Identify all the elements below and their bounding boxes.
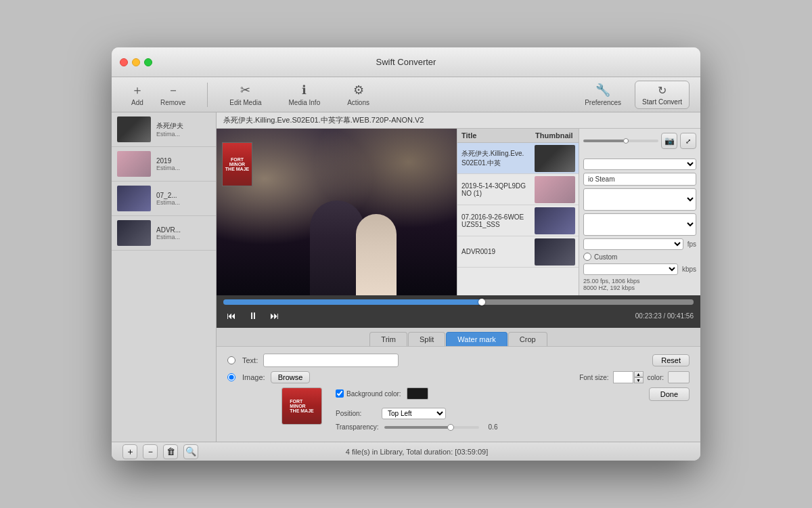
bg-color-row: Background color: xyxy=(336,387,644,400)
player-timeline[interactable] xyxy=(223,299,694,305)
actions-icon: ⚙ xyxy=(351,83,366,98)
info-row-1[interactable]: 2019-5-14-3QPL9DGNO (1) xyxy=(457,174,579,205)
preferences-label: Preferences xyxy=(585,99,621,106)
total-time: 00:41:56 xyxy=(667,312,694,320)
edit-media-button[interactable]: ✂ Edit Media xyxy=(224,80,267,109)
file-item-0[interactable]: 杀死伊夫 Estima... xyxy=(112,112,216,147)
wm-image-preview: FORTMINORTHE MAJE xyxy=(281,387,322,425)
info-cell-0: 杀死伊夫.Killing.Eve.S02E01.中英 xyxy=(457,146,531,171)
info-panel: Title Thumbnail 杀死伊夫.Killing.Eve.S02E01.… xyxy=(457,129,579,295)
format-select[interactable] xyxy=(583,158,696,170)
tab-crop[interactable]: Crop xyxy=(508,332,547,346)
image-label: Image: xyxy=(242,373,265,381)
browse-button[interactable]: Browse xyxy=(271,371,311,383)
wm-image-preview-inner: FORTMINORTHE MAJE xyxy=(282,388,321,424)
image-radio[interactable] xyxy=(227,373,235,381)
settings-panel: 📷 ⤢ io Steam xyxy=(579,129,700,295)
delete-file-button[interactable]: 🗑 xyxy=(163,444,178,459)
kbps-select[interactable] xyxy=(583,263,678,275)
media-info-button[interactable]: ℹ Media Info xyxy=(284,80,326,109)
info-thumb-1 xyxy=(531,174,579,205)
start-convert-button[interactable]: ↻ Start Convert xyxy=(635,81,690,109)
codec-select[interactable] xyxy=(583,213,696,236)
info-col-title: Title xyxy=(457,129,531,142)
reset-button[interactable]: Reset xyxy=(652,354,690,366)
volume-slider[interactable] xyxy=(583,140,658,142)
file-info-0: 杀死伊夫 Estima... xyxy=(156,121,210,137)
maximize-button[interactable] xyxy=(144,58,152,66)
bg-color-picker[interactable] xyxy=(407,387,428,400)
volume-slider-thumb xyxy=(623,138,629,144)
info-thumb-0 xyxy=(531,143,579,173)
font-size-down[interactable]: ▼ xyxy=(634,377,644,383)
custom-radio[interactable] xyxy=(583,253,591,261)
wm-text-row: Text: Reset xyxy=(227,354,690,367)
media-info-label: Media Info xyxy=(289,99,321,106)
info-col-thumbnail: Thumbnail xyxy=(531,129,579,142)
pause-button[interactable]: ⏸ xyxy=(245,308,261,324)
color-label: color: xyxy=(648,374,664,381)
steam-info: io Steam xyxy=(583,173,696,186)
traffic-lights xyxy=(120,58,152,66)
actions-label: Actions xyxy=(347,99,369,106)
transparency-row: Transparency: 0.6 xyxy=(336,423,644,431)
video-preview: FORTMINORTHE MAJE xyxy=(217,129,457,295)
file-item-3[interactable]: ADVR... Estima... xyxy=(112,216,216,251)
info-row-3[interactable]: ADVR0019 xyxy=(457,236,579,268)
remove-button[interactable]: － Remove xyxy=(155,80,191,109)
file-thumbnail-2 xyxy=(117,186,151,211)
timeline-thumb xyxy=(478,299,485,305)
title-bar: Swift Converter xyxy=(112,47,700,77)
tab-split[interactable]: Split xyxy=(408,332,445,346)
file-item-1[interactable]: 2019 Estima... xyxy=(112,147,216,182)
info-cell-3: ADVR0019 xyxy=(457,245,531,258)
custom-row: Custom xyxy=(583,253,696,261)
video-area-container: FORTMINORTHE MAJE Title Thumbnail 杀死伊夫.K… xyxy=(217,129,700,295)
info-thumb-img-1 xyxy=(535,176,575,203)
position-select[interactable]: Top LeftTop CenterTop RightCenter LeftCe… xyxy=(382,408,446,419)
tab-trim[interactable]: Trim xyxy=(369,332,407,346)
search-button[interactable]: 🔍 xyxy=(183,444,198,459)
info-row-2[interactable]: 07.2016-9-26-6WOEUZS51_SSS xyxy=(457,205,579,236)
done-btn-container: Done xyxy=(649,387,690,401)
add-button[interactable]: ＋ Add xyxy=(122,80,152,109)
minimize-button[interactable] xyxy=(132,58,140,66)
file-item-2[interactable]: 07_2... Estima... xyxy=(112,182,216,216)
file-est-3: Estima... xyxy=(156,234,210,240)
font-size-input[interactable]: 60 xyxy=(613,371,633,383)
fps-select[interactable] xyxy=(583,238,683,250)
file-thumbnail-1 xyxy=(117,151,151,177)
info-thumb-3 xyxy=(531,236,579,267)
actions-button[interactable]: ⚙ Actions xyxy=(342,80,375,109)
info-row-0[interactable]: 杀死伊夫.Killing.Eve.S02E01.中英 xyxy=(457,143,579,174)
font-size-up[interactable]: ▲ xyxy=(634,371,644,377)
text-label: Text: xyxy=(242,356,258,364)
done-button[interactable]: Done xyxy=(649,387,690,401)
remove-file-button[interactable]: － xyxy=(143,444,158,459)
add-file-button[interactable]: ＋ xyxy=(122,444,137,459)
bg-color-checkbox[interactable] xyxy=(336,389,344,398)
info-cell-1: 2019-5-14-3QPL9DGNO (1) xyxy=(457,179,531,200)
info-thumb-img-2 xyxy=(535,207,575,234)
scene-figure-right xyxy=(356,214,397,295)
close-button[interactable] xyxy=(120,58,128,66)
transparency-slider[interactable] xyxy=(384,426,479,429)
stream-select[interactable] xyxy=(583,188,696,211)
tab-watermark[interactable]: Water mark xyxy=(446,332,507,346)
selected-file-header: 杀死伊夫.Killing.Eve.S02E01.中英字幕.WEB.720P-AN… xyxy=(217,112,700,129)
rewind-button[interactable]: ⏮ xyxy=(223,308,240,324)
position-row: Position: Top LeftTop CenterTop RightCen… xyxy=(336,408,644,419)
edit-media-icon: ✂ xyxy=(238,83,253,98)
fast-forward-button[interactable]: ⏭ xyxy=(267,308,283,324)
center-panel: 杀死伊夫.Killing.Eve.S02E01.中英字幕.WEB.720P-AN… xyxy=(217,112,700,442)
wm-right-settings: Background color: Position: Top LeftTop … xyxy=(336,387,644,431)
text-radio[interactable] xyxy=(227,356,235,364)
transparency-label: Transparency: xyxy=(336,423,379,431)
remove-icon: － xyxy=(166,83,181,98)
fullscreen-button[interactable]: ⤢ xyxy=(680,133,696,149)
text-input[interactable] xyxy=(263,354,399,367)
font-color-picker[interactable] xyxy=(668,371,690,383)
snapshot-button[interactable]: 📷 xyxy=(661,133,677,149)
preferences-button[interactable]: 🔧 Preferences xyxy=(579,80,627,109)
fps-row: fps xyxy=(583,238,696,250)
